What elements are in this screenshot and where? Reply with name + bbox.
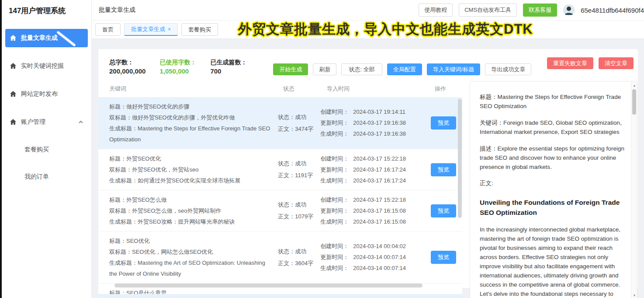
sidebar-subitem-package-purchase[interactable]: 套餐购买: [5, 141, 88, 158]
status-cell: 状态：成功 正文：1191字: [278, 153, 320, 186]
article-preview-content: 标题：Mastering the Steps for Effective For…: [470, 81, 631, 298]
preview-title-label: 标题：: [480, 94, 498, 100]
column-header-status: 状态: [283, 85, 327, 93]
created-time-label: 创建时间：: [320, 155, 349, 163]
row-generated-title: 生成标题：Mastering the Steps for Effective F…: [109, 123, 272, 145]
row-generated-title: 生成标题：Mastering the Art of SEO Optimizati…: [109, 257, 272, 279]
app-logo: 147用户管理系统: [2, 0, 91, 20]
status-cell: 状态：成功 正文：3474字: [278, 101, 320, 145]
close-icon[interactable]: ×: [168, 26, 171, 32]
generated-time: 2024-03-17 16:15:08: [353, 218, 406, 225]
preview-title-text: Mastering the Steps for Effective Foreig…: [480, 94, 621, 109]
tutorial-button[interactable]: 使用教程: [419, 4, 453, 17]
sidebar: 147用户管理系统 批量文章生成 实时关键词挖掘 网站定时发布 账户管理 套餐购…: [2, 0, 92, 298]
preview-description: 描述：Explore the essential steps for optim…: [480, 144, 627, 172]
scroll-up-icon[interactable]: ▲: [631, 82, 637, 88]
sidebar-subitem-label: 套餐购买: [24, 146, 49, 154]
danger-buttons: 重置失败文章 清空文章: [547, 57, 634, 69]
keyword-cell: 标题：外贸SEO怎么做 双标题：外贸SEO怎么做，seo外贸网站制作 生成标题：…: [109, 194, 278, 227]
scrollbar-thumb[interactable]: [458, 99, 462, 218]
sidebar-item-label: 网站定时发布: [21, 90, 58, 98]
table-vertical-scrollbar[interactable]: [458, 82, 462, 275]
created-time-label: 创建时间：: [320, 242, 349, 250]
header-actions: 使用教程 CMS自动发布工具 联系客服 65e4811dfb644f690f4: [419, 4, 644, 17]
row-word-count: 正文：3474字: [278, 125, 320, 133]
preview-body-heading: Unveiling the Foundations of Foreign Tra…: [480, 198, 627, 217]
tab-batch-generate[interactable]: 批量文章生成 ×: [124, 23, 178, 36]
chevron-up-icon: [78, 119, 83, 125]
avatar[interactable]: [563, 4, 575, 16]
preview-button[interactable]: 预览: [431, 116, 456, 130]
row-dual-title: 双标题：外贸SEO怎么做，seo外贸网站制作: [109, 205, 272, 216]
generated-time-label: 生成时间：: [320, 130, 349, 138]
row-dual-title: 双标题：SEO优化，网站怎么做SEO优化: [109, 246, 272, 257]
table-row[interactable]: 标题：做好外贸SEO优化的步骤 双标题：做好外贸SEO优化的步骤，外贸优化咋做 …: [98, 97, 462, 149]
action-cell: 预览: [425, 101, 462, 145]
row-title: 标题：外贸SEO优化: [109, 153, 272, 164]
generated-time-label: 生成时间：: [320, 264, 349, 272]
sidebar-item-scheduled-publish[interactable]: 网站定时发布: [5, 85, 88, 103]
time-cell: 创建时间：2024-03-17 15:22:18 更新时间：2024-03-17…: [320, 153, 425, 186]
scrollbar-thumb[interactable]: [114, 284, 422, 287]
clear-articles-button[interactable]: 清空文章: [599, 57, 634, 69]
created-time: 2024-03-17 15:22:18: [353, 196, 406, 203]
import-keywords-button[interactable]: 导入关键词/标题: [427, 63, 481, 75]
created-time: 2024-03-14 00:04:02: [353, 243, 406, 249]
status-filter-select[interactable]: 状态: 全部: [341, 63, 382, 75]
export-success-button[interactable]: 导出成功文章: [485, 63, 531, 75]
refresh-button[interactable]: 刷新: [313, 63, 336, 75]
annotation-diagonal-line: [56, 31, 76, 47]
action-cell: 预览: [425, 153, 462, 186]
start-generate-button[interactable]: 开始生成: [273, 63, 308, 75]
scroll-down-icon[interactable]: ▼: [631, 292, 637, 298]
updated-time-label: 更新时间：: [320, 207, 349, 215]
video-caption-overlay: 外贸文章批量生成，导入中文也能生成英文DTK: [238, 20, 533, 39]
home-icon: [10, 91, 17, 98]
content-background: 总字数： 200,000,000 已使用字数： 1,050,000 已生成篇数：…: [92, 39, 644, 298]
sidebar-item-realtime-keywords[interactable]: 实时关键词挖掘: [5, 57, 88, 75]
cms-tool-button[interactable]: CMS自动发布工具: [459, 4, 517, 17]
preview-description-label: 描述：: [480, 145, 498, 152]
global-config-button[interactable]: 全局配置: [387, 63, 422, 75]
scrollbar-thumb[interactable]: [632, 89, 636, 115]
time-cell: 创建时间：2024-03-17 19:14:11 更新时间：2024-03-17…: [320, 101, 425, 145]
preview-button[interactable]: 预览: [431, 163, 456, 176]
main-card: 总字数： 200,000,000 已使用字数： 1,050,000 已生成篇数：…: [98, 49, 638, 288]
generated-time: 2024-03-17 16:17:24: [353, 177, 406, 184]
tab-home[interactable]: 首页: [95, 23, 121, 36]
keyword-cell: 标题：外贸SEO优化 双标题：外贸SEO优化，外贸站seo 生成标题：如何通过外…: [109, 153, 278, 186]
contact-support-button[interactable]: 联系客服: [523, 4, 557, 17]
action-cell: 预览: [425, 194, 462, 227]
preview-scrollbar[interactable]: ▲ ▼: [631, 81, 637, 298]
table-row[interactable]: 标题：外贸SEO怎么做 双标题：外贸SEO怎么做，seo外贸网站制作 生成标题：…: [98, 190, 462, 231]
stat-used-words: 已使用字数： 1,050,000: [159, 58, 196, 76]
row-dual-title: 双标题：做好外贸SEO优化的步骤，外贸优化咋做: [109, 112, 272, 123]
preview-description-text: Explore the essential steps for optimizi…: [480, 145, 624, 170]
row-word-count: 正文：3604字: [278, 259, 320, 267]
sidebar-subitem-label: 我的订单: [24, 173, 49, 181]
home-icon: [10, 63, 17, 70]
column-header-keyword: 关键词: [109, 85, 283, 93]
tab-package-purchase[interactable]: 套餐购买: [181, 23, 218, 36]
row-word-count: 正文：1191字: [278, 172, 320, 179]
status-cell: 状态：成功 正文：1079字: [278, 194, 320, 227]
row-title: 标题：做好外贸SEO优化的步骤: [109, 101, 272, 112]
table-header-row: 关键词 状态 导入时间 操作: [98, 81, 462, 97]
sidebar-item-batch-generate[interactable]: 批量文章生成: [5, 29, 88, 47]
preview-keywords-label: 关键词：: [480, 119, 503, 126]
screen-edge-bar: [0, 0, 2, 298]
reset-failed-button[interactable]: 重置失败文章: [547, 57, 593, 69]
table-row[interactable]: 标题：SEO优化 双标题：SEO优化，网站怎么做SEO优化 生成标题：Maste…: [98, 231, 462, 284]
table-row[interactable]: 标题：外贸SEO优化 双标题：外贸SEO优化，外贸站seo 生成标题：如何通过外…: [98, 149, 462, 190]
preview-button[interactable]: 预览: [431, 204, 456, 217]
created-time: 2024-03-17 19:14:11: [353, 109, 405, 115]
created-time-label: 创建时间：: [320, 108, 349, 116]
table-horizontal-scrollbar[interactable]: [100, 284, 461, 288]
sidebar-subitem-my-orders[interactable]: 我的订单: [5, 168, 88, 186]
sidebar-item-account-management[interactable]: 账户管理: [5, 113, 88, 131]
generated-time: 2024-03-14 00:07:14: [353, 265, 406, 271]
stat-label: 总字数：: [109, 58, 145, 67]
preview-button[interactable]: 预览: [431, 251, 456, 264]
stat-value: 700: [210, 67, 247, 76]
updated-time-label: 更新时间：: [320, 253, 349, 261]
